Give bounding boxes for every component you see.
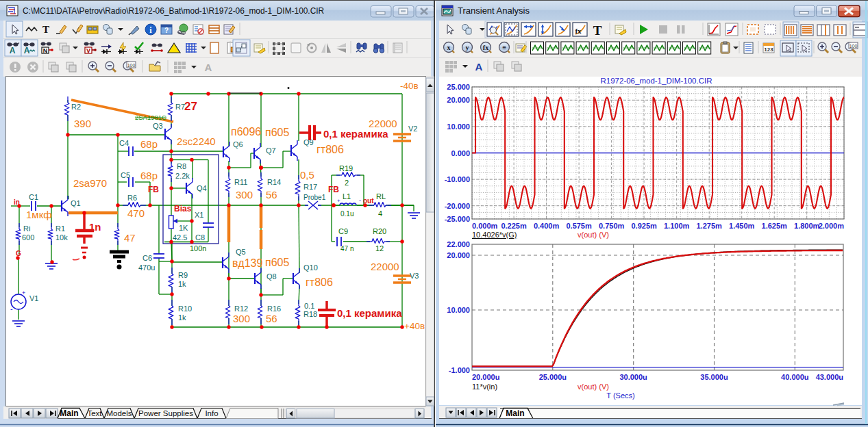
svg-text:1.275m: 1.275m <box>697 222 723 230</box>
svg-text:fx: fx <box>575 27 582 35</box>
svg-text:R17: R17 <box>303 183 317 191</box>
svg-text:1мкф: 1мкф <box>26 209 52 220</box>
svg-text:C4: C4 <box>119 139 129 147</box>
svg-text:10.4026*v(G): 10.4026*v(G) <box>472 231 517 239</box>
svg-text:-40в: -40в <box>400 81 419 91</box>
svg-text:Q1: Q1 <box>71 199 81 207</box>
svg-text:390: 390 <box>74 118 91 129</box>
svg-text:R20: R20 <box>373 227 386 235</box>
svg-text:Q5: Q5 <box>236 248 246 256</box>
svg-text:-10.000: -10.000 <box>445 175 470 183</box>
svg-text:R8: R8 <box>177 162 186 170</box>
svg-text:123: 123 <box>764 47 773 53</box>
svg-text:п605: п605 <box>265 127 289 138</box>
svg-text:Main: Main <box>506 409 524 418</box>
svg-text:Models: Models <box>106 409 132 417</box>
svg-text:25.000: 25.000 <box>447 83 470 91</box>
svg-text:out: out <box>363 197 374 205</box>
svg-text:10.000: 10.000 <box>447 306 470 314</box>
svg-text:Transient Analysis: Transient Analysis <box>458 5 530 16</box>
svg-text:47: 47 <box>124 232 136 244</box>
svg-text:22000: 22000 <box>371 261 399 272</box>
svg-text:-25.000: -25.000 <box>445 215 470 223</box>
svg-text:1.625m: 1.625m <box>762 222 788 230</box>
svg-text:2.000m: 2.000m <box>819 222 845 230</box>
svg-text:y: y <box>466 44 469 51</box>
svg-text:+40в: +40в <box>404 321 425 331</box>
svg-text:11*v(in): 11*v(in) <box>472 383 497 391</box>
svg-text:Info: Info <box>205 409 218 417</box>
svg-text:RL: RL <box>376 192 386 200</box>
svg-text:C9: C9 <box>338 227 348 235</box>
svg-text:2sa970: 2sa970 <box>73 177 107 189</box>
svg-text:35.000u: 35.000u <box>700 373 728 381</box>
svg-text:1K: 1K <box>179 224 188 232</box>
svg-text:0.925m: 0.925m <box>631 222 657 230</box>
svg-text:20.000u: 20.000u <box>472 373 499 381</box>
svg-text:X1: X1 <box>195 211 203 219</box>
svg-text:1.100m: 1.100m <box>664 222 690 230</box>
svg-text:R7: R7 <box>175 103 185 111</box>
svg-text:68p: 68p <box>140 138 158 150</box>
svg-text:V: V <box>86 47 90 54</box>
svg-text:fx: fx <box>483 44 488 51</box>
svg-text:1.450m: 1.450m <box>729 222 755 230</box>
svg-text:R16: R16 <box>267 305 281 313</box>
svg-text:1n: 1n <box>89 221 101 233</box>
svg-text:2SA1981C: 2SA1981C <box>135 114 166 121</box>
svg-text:Bias: Bias <box>174 204 192 214</box>
svg-text:A: A <box>10 46 16 55</box>
svg-text:470: 470 <box>127 207 145 219</box>
svg-text:27: 27 <box>184 100 197 113</box>
svg-text:A: A <box>205 62 212 73</box>
svg-text:Q6: Q6 <box>233 140 243 148</box>
svg-text:100: 100 <box>850 44 858 49</box>
svg-text:п6096: п6096 <box>231 126 261 138</box>
svg-text:in: in <box>14 198 20 206</box>
svg-text:-20.000: -20.000 <box>445 202 470 210</box>
svg-text:v(out) (V): v(out) (V) <box>578 231 609 239</box>
svg-text:≡: ≡ <box>502 44 506 51</box>
svg-text:68p: 68p <box>140 170 158 181</box>
svg-text:Power Supplies: Power Supplies <box>138 409 193 417</box>
svg-text:R1972-06_mod-1_DIM-100.CIR: R1972-06_mod-1_DIM-100.CIR <box>601 77 712 85</box>
svg-text:0,1 керамика: 0,1 керамика <box>337 307 402 319</box>
svg-text:600: 600 <box>22 233 34 242</box>
svg-text:Q7: Q7 <box>266 146 276 155</box>
svg-text:R19: R19 <box>339 164 353 172</box>
svg-text:30.000u: 30.000u <box>619 373 647 381</box>
svg-text:0.000: 0.000 <box>451 149 470 157</box>
svg-text:43.000u: 43.000u <box>816 373 843 381</box>
svg-text:R2: R2 <box>71 103 81 111</box>
svg-text:2sc2240: 2sc2240 <box>177 135 216 147</box>
svg-text:47 n: 47 n <box>340 245 354 253</box>
svg-text:Main: Main <box>60 409 78 418</box>
svg-text:0.000m: 0.000m <box>472 222 498 230</box>
svg-text:100: 100 <box>127 63 136 68</box>
svg-text:гт806: гт806 <box>306 276 333 288</box>
svg-text:22.000: 22.000 <box>447 240 470 248</box>
svg-text:4: 4 <box>378 209 382 218</box>
svg-text:25.000u: 25.000u <box>539 373 567 381</box>
svg-text:Q8: Q8 <box>266 272 277 281</box>
svg-text:470u: 470u <box>138 263 155 272</box>
svg-text:C1: C1 <box>29 193 38 201</box>
svg-text:100n: 100n <box>190 244 206 253</box>
svg-text:0.225m: 0.225m <box>501 222 527 230</box>
svg-text:-: - <box>10 305 13 313</box>
svg-text:Q10: Q10 <box>303 263 318 272</box>
svg-text:R14: R14 <box>267 178 281 186</box>
svg-text:2: 2 <box>345 179 349 187</box>
svg-text:0.1: 0.1 <box>304 302 314 310</box>
svg-text:Q3: Q3 <box>153 122 163 130</box>
svg-text:40.000u: 40.000u <box>781 373 808 381</box>
svg-text:L1: L1 <box>343 192 351 200</box>
svg-text:V3: V3 <box>410 272 419 280</box>
svg-text:300: 300 <box>233 313 250 324</box>
svg-text:1.800m: 1.800m <box>794 222 820 230</box>
svg-text:вд139: вд139 <box>232 257 262 269</box>
svg-text:1k: 1k <box>178 280 186 288</box>
svg-text:R12: R12 <box>234 305 248 313</box>
svg-text:C5: C5 <box>121 171 130 179</box>
svg-text:56: 56 <box>266 313 277 324</box>
